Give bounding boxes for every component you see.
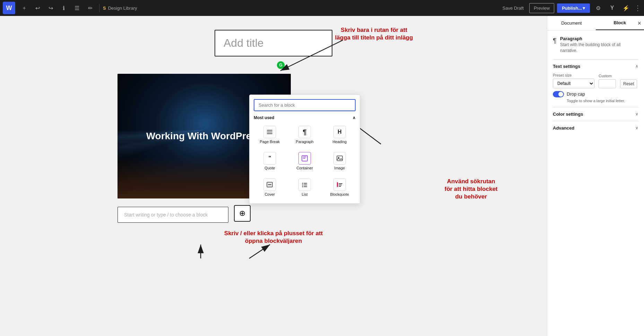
block-search-input[interactable] (254, 99, 356, 111)
right-annotation: Använd sökrutanför att hitta blocketdu b… (429, 178, 513, 201)
sidebar-block-type: ¶ Paragraph Start with the building bloc… (553, 36, 638, 54)
block-item-image[interactable]: Image (323, 149, 356, 173)
undo-button[interactable]: ↩ (32, 2, 43, 14)
paragraph-sidebar-icon: ¶ (553, 37, 557, 45)
preset-size-select[interactable]: Default (553, 79, 594, 88)
main-layout: Skriv bara i rutan för attlägga till tit… (0, 16, 644, 336)
quote-icon: " (263, 152, 276, 165)
advanced-chevron: ∨ (635, 125, 638, 130)
page-break-label: Page Break (260, 140, 280, 144)
text-settings-title: Text settings (553, 64, 580, 69)
svg-point-13 (302, 185, 303, 186)
more-options-button[interactable]: ⋮ (634, 4, 641, 12)
svg-rect-4 (303, 157, 306, 157)
block-grid: Page Break ¶ Paragraph H Heading (254, 123, 356, 199)
toggle-knob (558, 92, 563, 97)
blockquote-icon (333, 178, 346, 191)
color-settings-chevron: ∨ (635, 112, 638, 116)
settings-button[interactable]: ⚙ (593, 2, 604, 14)
block-item-blockquote[interactable]: Blockquote (323, 176, 356, 199)
svg-rect-1 (267, 132, 272, 132)
svg-rect-6 (337, 156, 342, 161)
svg-rect-20 (339, 186, 341, 187)
advanced-header[interactable]: Advanced ∨ (553, 121, 638, 135)
toolbar: W ＋ ↩ ↪ ℹ ☰ ✏ S Design Library Save Draf… (0, 0, 644, 16)
svg-point-11 (302, 183, 303, 184)
svg-rect-17 (337, 182, 338, 187)
block-item-list[interactable]: List (289, 176, 321, 199)
grammarly-icon: G (277, 61, 285, 69)
list-view-button[interactable]: ☰ (71, 2, 82, 14)
preview-button[interactable]: Preview (529, 3, 554, 13)
heading-label: Heading (332, 140, 347, 144)
block-item-paragraph[interactable]: ¶ Paragraph (289, 123, 321, 147)
reset-button[interactable]: Reset (620, 79, 637, 88)
blockquote-label: Blockquote (330, 192, 349, 196)
drop-cap-toggle[interactable] (553, 91, 564, 97)
svg-rect-0 (267, 130, 272, 131)
svg-rect-10 (268, 184, 271, 185)
svg-rect-19 (339, 185, 342, 185)
svg-rect-16 (304, 186, 307, 187)
add-block-plus-button[interactable]: ⊕ (234, 205, 251, 222)
most-used-label: Most used (254, 115, 274, 120)
lightning-button[interactable]: ⚡ (620, 2, 632, 14)
custom-size-input[interactable] (599, 79, 616, 88)
text-settings-section: Text settings ∧ Preset size Default Cust… (553, 59, 638, 107)
page-break-icon (263, 126, 276, 138)
preset-custom-row: Preset size Default Custom Reset (553, 73, 638, 88)
bottom-annotation: Skriv / eller klicka på plusset för attö… (118, 230, 429, 245)
cover-icon (263, 178, 276, 191)
sidebar-block-desc: Start with the building block of all nar… (560, 42, 638, 54)
paragraph-label: Paragraph (296, 140, 313, 144)
quote-label: Quote (264, 166, 275, 170)
bottom-inputs: Start writing or type / to choose a bloc… (118, 204, 291, 223)
collapse-icon[interactable]: ∧ (353, 115, 356, 120)
bottom-annotation-text: Skriv / eller klicka på plusset för attö… (224, 230, 323, 244)
block-item-container[interactable]: Container (289, 149, 321, 173)
image-text: Working With WordPress (146, 131, 262, 142)
color-settings-header[interactable]: Color settings ∨ (553, 107, 638, 121)
sidebar: Document Block × ¶ Paragraph Start with … (547, 16, 644, 336)
block-item-quote[interactable]: " Quote (254, 149, 286, 173)
block-item-page-break[interactable]: Page Break (254, 123, 286, 147)
heading-icon: H (333, 126, 346, 138)
cover-label: Cover (265, 192, 275, 196)
save-draft-button[interactable]: Save Draft (500, 3, 526, 13)
svg-rect-18 (339, 183, 342, 184)
block-item-cover[interactable]: Cover (254, 176, 286, 199)
stencil-icon: S (103, 6, 106, 11)
info-button[interactable]: ℹ (58, 2, 69, 14)
custom-col: Custom (599, 74, 616, 88)
publish-button[interactable]: Publish... ▾ (557, 3, 590, 13)
toolbar-right: Save Draft Preview Publish... ▾ ⚙ Y ⚡ ⋮ (500, 2, 641, 14)
text-settings-content: Preset size Default Custom Reset (553, 73, 638, 107)
sidebar-tab-document[interactable]: Document (547, 16, 596, 30)
sidebar-close-button[interactable]: × (637, 19, 641, 27)
plus-icon: ⊕ (239, 209, 245, 218)
sidebar-tabs: Document Block × (547, 16, 644, 30)
paragraph-icon: ¶ (298, 126, 311, 138)
title-area: Add title G (118, 30, 429, 63)
text-settings-header[interactable]: Text settings ∧ (553, 59, 638, 73)
svg-rect-2 (267, 133, 272, 134)
sidebar-block-name: Paragraph (560, 36, 638, 41)
text-input-placeholder: Start writing or type / to choose a bloc… (124, 212, 208, 218)
svg-rect-12 (304, 183, 307, 184)
redo-button[interactable]: ↪ (45, 2, 56, 14)
pen-button[interactable]: ✏ (85, 2, 96, 14)
sidebar-tab-block[interactable]: Block (596, 16, 644, 30)
yoast-button[interactable]: Y (607, 2, 618, 14)
title-block[interactable]: Add title (215, 30, 332, 56)
drop-cap-label: Drop cap (567, 91, 585, 97)
design-library-button[interactable]: S Design Library (103, 6, 137, 11)
image-icon (333, 152, 346, 165)
add-block-button[interactable]: ＋ (19, 2, 30, 14)
content-row: Working With WordPress Start writing or … (118, 74, 429, 223)
block-item-heading[interactable]: H Heading (323, 123, 356, 147)
wp-logo[interactable]: W (3, 2, 15, 14)
title-placeholder: Add title (224, 37, 264, 49)
custom-label: Custom (599, 74, 616, 78)
editor-area: Skriv bara i rutan för attlägga till tit… (0, 16, 547, 336)
text-input-block[interactable]: Start writing or type / to choose a bloc… (118, 207, 228, 223)
